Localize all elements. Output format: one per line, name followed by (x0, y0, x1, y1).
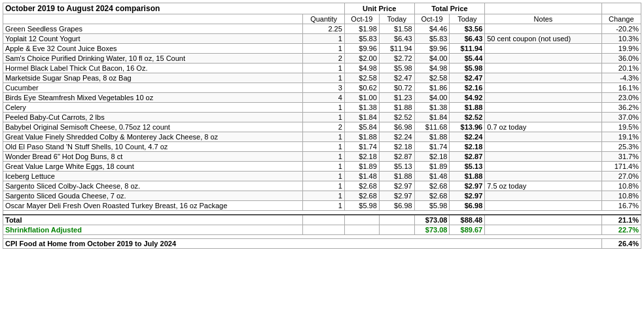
unit-oct19: $2.58 (344, 73, 379, 83)
total-today: $2.18 (450, 142, 485, 152)
total-today: $2.16 (450, 83, 485, 93)
total-today: $6.43 (450, 34, 485, 44)
total-today: $13.96 (450, 122, 485, 132)
total-today: $6.98 (450, 201, 485, 211)
notes (485, 93, 601, 103)
item-name: Yoplait 12 Count Yogurt (3, 34, 303, 44)
table-row: Green Seedless Grapes 2.25 $1.98 $1.58 $… (3, 24, 641, 34)
unit-today-header: Today (379, 14, 414, 24)
unit-oct19: $1.89 (344, 162, 379, 172)
item-name: Peeled Baby-Cut Carrots, 2 lbs (3, 113, 303, 122)
change: 16.1% (601, 83, 641, 93)
notes (485, 113, 601, 122)
change: -4.3% (601, 73, 641, 83)
change: 10.8% (601, 181, 641, 191)
change-subheader: Change (601, 14, 641, 24)
table-row: Birds Eye Steamfresh Mixed Vegetables 10… (3, 93, 641, 103)
quantity: 1 (303, 34, 344, 44)
change: 36.0% (601, 54, 641, 64)
notes (485, 83, 601, 93)
unit-oct19-header: Oct-19 (344, 14, 379, 24)
total-oct19: $2.68 (414, 191, 450, 201)
quantity: 1 (303, 162, 344, 172)
unit-today: $11.94 (379, 44, 414, 54)
unit-oct19: $2.00 (344, 54, 379, 64)
notes (485, 103, 601, 113)
shrink-oct19: $73.08 (414, 225, 450, 234)
unit-today: $1.58 (379, 24, 414, 34)
item-name: Sargento Sliced Gouda Cheese, 7 oz. (3, 191, 303, 201)
unit-today: $2.18 (379, 142, 414, 152)
change: 31.7% (601, 152, 641, 162)
quantity: 1 (303, 44, 344, 54)
total-oct19: $5.98 (414, 201, 450, 211)
total-oct19: $4.00 (414, 93, 450, 103)
quantity: 1 (303, 152, 344, 162)
total-today: $5.44 (450, 54, 485, 64)
table-row: Cucumber 3 $0.62 $0.72 $1.86 $2.16 16.1% (3, 83, 641, 93)
table-row: Oscar Mayer Deli Fresh Oven Roasted Turk… (3, 201, 641, 211)
item-name: Babybel Original Semisoft Cheese, 0.75oz… (3, 122, 303, 132)
unit-oct19: $1.84 (344, 113, 379, 122)
table-title: October 2019 to August 2024 comparison (3, 3, 345, 14)
total-oct19: $2.68 (414, 181, 450, 191)
notes (485, 73, 601, 83)
change-header-empty (601, 3, 641, 14)
table-row: Iceberg Lettuce 1 $1.48 $1.88 $1.48 $1.8… (3, 172, 641, 181)
shrink-today: $89.67 (450, 225, 485, 234)
unit-oct19: $9.96 (344, 44, 379, 54)
total-today: $4.92 (450, 93, 485, 103)
quantity: 1 (303, 73, 344, 83)
item-name: Birds Eye Steamfresh Mixed Vegetables 10… (3, 93, 303, 103)
unit-today: $1.88 (379, 172, 414, 181)
notes: 7.5 oz today (485, 181, 601, 191)
total-oct19: $1.84 (414, 113, 450, 122)
change: 19.9% (601, 44, 641, 54)
unit-oct19: $2.68 (344, 181, 379, 191)
total-today: $88.48 (450, 215, 485, 225)
total-today: $1.88 (450, 103, 485, 113)
quantity: 1 (303, 103, 344, 113)
table-row: Celery 1 $1.38 $1.88 $1.38 $1.88 36.2% (3, 103, 641, 113)
total-oct19: $2.58 (414, 73, 450, 83)
item-name: Apple & Eve 32 Count Juice Boxes (3, 44, 303, 54)
unit-oct19: $5.83 (344, 34, 379, 44)
notes (485, 172, 601, 181)
quantity: 1 (303, 132, 344, 142)
total-today: $2.87 (450, 152, 485, 162)
unit-today: $6.98 (379, 122, 414, 132)
item-name: Great Value Large White Eggs, 18 count (3, 162, 303, 172)
quantity: 1 (303, 142, 344, 152)
total-oct19: $11.68 (414, 122, 450, 132)
unit-oct19: $1.00 (344, 93, 379, 103)
notes (485, 44, 601, 54)
unit-today: $5.98 (379, 64, 414, 73)
item-name: Sargento Sliced Colby-Jack Cheese, 8 oz. (3, 181, 303, 191)
change: 36.2% (601, 103, 641, 113)
change: 27.0% (601, 172, 641, 181)
total-price-header: Total Price (414, 3, 485, 14)
unit-today: $6.98 (379, 201, 414, 211)
change: 19.5% (601, 122, 641, 132)
quantity: 1 (303, 201, 344, 211)
unit-oct19: $1.38 (344, 103, 379, 113)
total-oct19: $4.98 (414, 64, 450, 73)
table-row: Sargento Sliced Colby-Jack Cheese, 8 oz.… (3, 181, 641, 191)
unit-today: $2.47 (379, 73, 414, 83)
unit-oct19: $1.74 (344, 142, 379, 152)
item-name: Sam's Choice Purified Drinking Water, 10… (3, 54, 303, 64)
table-row: Hormel Black Label Thick Cut Bacon, 16 O… (3, 64, 641, 73)
cpi-row: CPI Food at Home from October 2019 to Ju… (3, 238, 641, 248)
change: 37.0% (601, 113, 641, 122)
unit-today: $0.72 (379, 83, 414, 93)
unit-oct19: $5.98 (344, 201, 379, 211)
item-col-header (3, 14, 303, 24)
table-row: Sam's Choice Purified Drinking Water, 10… (3, 54, 641, 64)
quantity: 4 (303, 93, 344, 103)
total-oct19: $73.08 (414, 215, 450, 225)
shrinkflation-row: Shrinkflation Adjusted $73.08 $89.67 22.… (3, 225, 641, 234)
table-row: Sargento Sliced Gouda Cheese, 7 oz. 1 $2… (3, 191, 641, 201)
notes-subheader: Notes (485, 14, 601, 24)
total-change: 21.1% (601, 215, 641, 225)
change: 171.4% (601, 162, 641, 172)
